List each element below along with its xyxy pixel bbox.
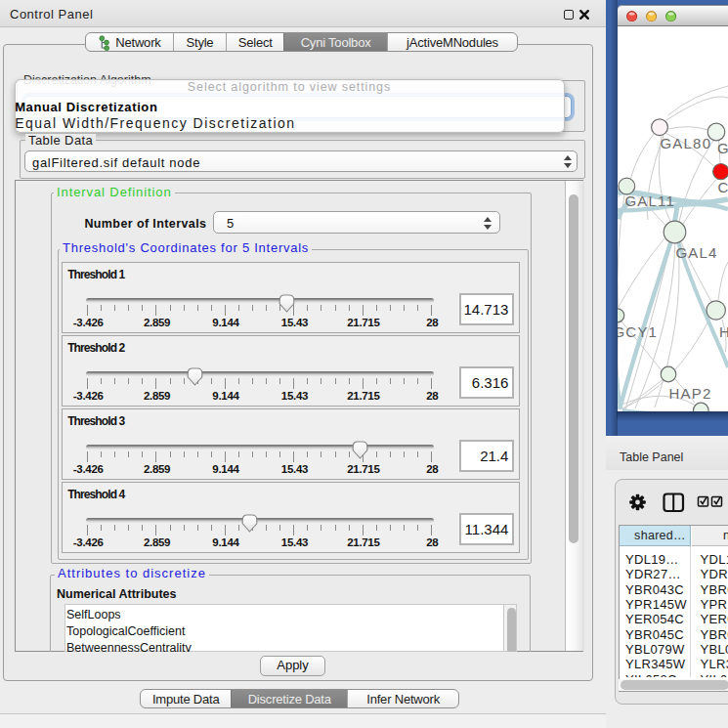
svg-text:GAL11: GAL11 xyxy=(625,193,676,209)
svg-text:G.: G. xyxy=(717,140,728,156)
svg-text:GAL4: GAL4 xyxy=(676,244,718,261)
svg-text:GAL80: GAL80 xyxy=(661,135,712,151)
svg-text:GCY1: GCY1 xyxy=(618,323,658,340)
svg-text:H: H xyxy=(719,323,728,340)
svg-text:HAP2: HAP2 xyxy=(669,385,712,402)
svg-text:C: C xyxy=(718,179,728,195)
